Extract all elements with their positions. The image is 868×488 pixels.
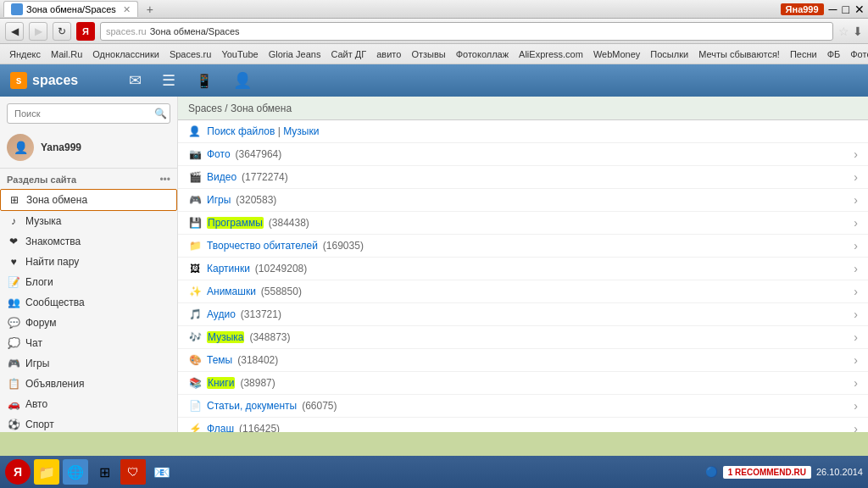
new-tab-button[interactable]: +	[142, 1, 159, 18]
muzyka-cat-icon: 🎶	[188, 330, 202, 344]
taskbar-antivirus[interactable]: 🛡	[120, 459, 146, 485]
spaces-nav-mail[interactable]: ✉	[129, 71, 142, 90]
sidebar-item-nayti-paru[interactable]: ♥ Найти пару	[0, 252, 177, 272]
username-label[interactable]: Yana999	[41, 141, 81, 153]
close-icon[interactable]: ✕	[854, 3, 865, 16]
category-muzyka[interactable]: 🎶 Музыка (348873) ›	[178, 326, 868, 349]
tvorchestvo-link[interactable]: Творчество обитателей	[207, 240, 318, 252]
minimize-icon[interactable]: ─	[829, 3, 837, 16]
spaces-nav-list[interactable]: ☰	[162, 71, 175, 90]
tvorchestvo-icon: 📁	[188, 239, 202, 252]
section-dots[interactable]: •••	[159, 174, 170, 186]
sidebar-item-obyavleniya[interactable]: 📋 Объявления	[0, 374, 177, 394]
sidebar-item-chat[interactable]: 💭 Чат	[0, 333, 177, 353]
temy-link[interactable]: Темы	[207, 354, 232, 366]
sidebar-item-muzyka[interactable]: ♪ Музыка	[0, 211, 177, 231]
back-button[interactable]: ◀	[5, 22, 24, 41]
category-foto[interactable]: 📷 Фото (3647964) ›	[178, 143, 868, 166]
sidebar-item-avto[interactable]: 🚗 Авто	[0, 394, 177, 414]
bookmark-spacesru[interactable]: Spaces.ru	[165, 47, 216, 61]
sidebar-item-znakomstva[interactable]: ❤ Знакомства	[0, 231, 177, 252]
search-files-link[interactable]: Поиск файлов	[207, 125, 275, 137]
browser-tab[interactable]: Зона обмена/Spaces ✕	[3, 1, 138, 17]
bookmark-pesni[interactable]: Песни	[786, 47, 821, 61]
kartinki-link[interactable]: Картинки	[207, 263, 250, 274]
animashki-link[interactable]: Анимашки	[207, 286, 256, 297]
taskbar-app5[interactable]: 📧	[149, 459, 175, 485]
bookmark-aliexpress[interactable]: AliExpress.com	[515, 47, 587, 61]
foto-count: (3647964)	[236, 148, 282, 160]
cat-left: 📚 Книги (38987)	[188, 376, 275, 390]
category-animashki[interactable]: ✨ Анимашки (558850) ›	[178, 280, 868, 303]
taskbar-windows[interactable]: ⊞	[92, 459, 117, 485]
category-knigi[interactable]: 📚 Книги (38987) ›	[178, 372, 868, 395]
refresh-button[interactable]: ↻	[53, 22, 71, 41]
flash-link[interactable]: Флаш	[207, 423, 234, 432]
temy-arrow: ›	[854, 353, 858, 367]
obyavleniya-icon: 📋	[7, 377, 20, 391]
audio-link[interactable]: Аудио	[207, 308, 236, 320]
bookmark-gloriajeans[interactable]: Gloria Jeans	[264, 47, 326, 61]
recommend-badge: 1 RECOMMEND.RU	[723, 466, 811, 479]
bookmark-youtube[interactable]: YouTube	[217, 47, 262, 61]
taskbar-browser[interactable]: 🌐	[63, 459, 88, 485]
knigi-count: (38987)	[240, 377, 275, 389]
category-video[interactable]: 🎬 Видео (1772274) ›	[178, 166, 868, 189]
category-programmy[interactable]: 💾 Программы (384438) ›	[178, 212, 868, 235]
address-bar[interactable]: spaces.ru Зона обмена/Spaces	[100, 22, 833, 41]
stati-link[interactable]: Статьи, документы	[207, 400, 297, 412]
sidebar-item-label: Зона обмена	[26, 194, 87, 206]
restore-icon[interactable]: □	[843, 3, 849, 16]
bookmark-avito[interactable]: авито	[372, 47, 405, 61]
bookmark-fb[interactable]: ФБ	[823, 47, 845, 61]
spaces-nav-mobile[interactable]: 📱	[196, 73, 213, 89]
chat-icon: 💭	[7, 336, 20, 350]
category-igry[interactable]: 🎮 Игры (320583) ›	[178, 189, 868, 212]
category-temy[interactable]: 🎨 Темы (318402) ›	[178, 349, 868, 372]
bookmark-mechty[interactable]: Мечты сбываются!	[694, 47, 784, 61]
bookmark-mailru[interactable]: Mail.Ru	[47, 47, 86, 61]
category-audio[interactable]: 🎵 Аудио (313721) ›	[178, 303, 868, 326]
cat-left: ✨ Анимашки (558850)	[188, 285, 302, 298]
flash-arrow: ›	[854, 422, 858, 432]
bookmark-webmoney[interactable]: WebMoney	[589, 47, 644, 61]
bookmark-posylki[interactable]: Посылки	[646, 47, 693, 61]
search-icon[interactable]: 🔍	[154, 108, 167, 119]
sidebar-item-forum[interactable]: 💬 Форум	[0, 313, 177, 333]
category-kartinki[interactable]: 🖼 Картинки (10249208) ›	[178, 258, 868, 280]
category-stati[interactable]: 📄 Статьи, документы (66075) ›	[178, 395, 868, 418]
foto-link[interactable]: Фото	[207, 148, 231, 160]
spaces-logo[interactable]: s spaces	[10, 72, 78, 89]
music-link[interactable]: Музыки	[283, 125, 319, 137]
igry-link[interactable]: Игры	[207, 194, 231, 206]
sidebar-item-sport[interactable]: ⚽ Спорт	[0, 414, 177, 432]
category-tvorchestvo[interactable]: 📁 Творчество обитателей (169035) ›	[178, 235, 868, 258]
bookmark-fotokollazh[interactable]: Фотоколлаж	[452, 47, 513, 61]
search-input[interactable]	[7, 103, 170, 124]
muzyka-cat-link[interactable]: Музыка	[207, 331, 244, 343]
sidebar-item-zona-obmena[interactable]: ⊞ Зона обмена	[0, 189, 177, 211]
video-link[interactable]: Видео	[207, 171, 236, 183]
cat-left: 💾 Программы (384438)	[188, 216, 309, 230]
tab-close[interactable]: ✕	[123, 4, 131, 15]
bookmark-star[interactable]: ☆	[838, 25, 849, 38]
bookmark-odnoklassniki[interactable]: Одноклассники	[88, 47, 164, 61]
taskbar-yandex[interactable]: Я	[5, 459, 31, 485]
category-flash[interactable]: ⚡ Флаш (116425) ›	[178, 418, 868, 432]
knigi-link[interactable]: Книги	[207, 377, 235, 389]
yandex-icon[interactable]: Я	[76, 22, 95, 41]
sidebar-item-blogi[interactable]: 📝 Блоги	[0, 272, 177, 292]
bookmark-saitdg[interactable]: Сайт ДГ	[326, 47, 370, 61]
sidebar-item-igry[interactable]: 🎮 Игры	[0, 353, 177, 374]
forward-button[interactable]: ▶	[29, 22, 47, 41]
spaces-nav-user[interactable]: 👤	[233, 71, 252, 90]
igry-cat-icon: 🎮	[188, 193, 202, 207]
programmy-link[interactable]: Программы	[207, 217, 264, 229]
user-badge[interactable]: Яна999	[781, 3, 824, 15]
bookmark-otzyvy[interactable]: Отзывы	[407, 47, 449, 61]
taskbar-folder[interactable]: 📁	[34, 459, 59, 485]
bookmark-fotoeffekty[interactable]: Фотоэффекты	[846, 47, 868, 61]
sidebar-item-soobschestva[interactable]: 👥 Сообщества	[0, 292, 177, 313]
download-icon[interactable]: ⬇	[853, 25, 863, 38]
bookmark-yandex[interactable]: Яндекс	[5, 47, 45, 61]
